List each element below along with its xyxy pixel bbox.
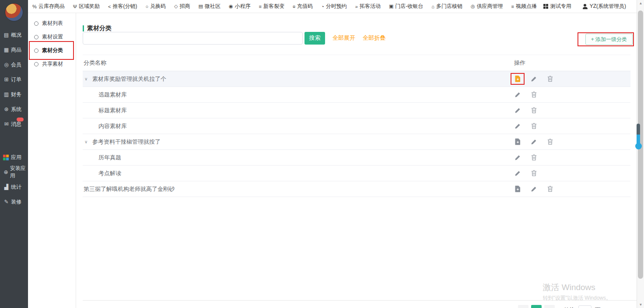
sidebar-item-会员[interactable]: ◎会员 [0,57,28,72]
sidebar-item-系统[interactable]: ⊛系统 [0,102,28,117]
category-name-cell[interactable]: 内容素材库 [83,122,514,130]
expand-all-link[interactable]: 全部展开 [332,34,355,42]
sidebar-item-统计[interactable]: ▟统计 [0,180,28,194]
sidebar-item-订单[interactable]: ⊞订单 [0,72,28,87]
community-icon: ▤ [199,3,203,9]
topnav-item-5[interactable]: ◇招商 [174,3,190,10]
edit-icon[interactable] [530,185,537,193]
chevron-down-icon[interactable]: ∨ [84,139,90,144]
submenu-item-素材列表[interactable]: 素材列表 [28,17,76,30]
windows-activation-watermark: 激活 Windows 转到"设置"以激活 Windows。 [542,282,611,302]
delete-icon[interactable] [530,91,537,99]
delete-icon[interactable] [546,185,553,193]
chevron-down-icon[interactable]: ∨ [84,76,90,81]
topnav-item-label: 拓客活动 [360,3,381,10]
topnav-item-7[interactable]: ◉小程序 [229,3,251,10]
video-vod-icon: ≡ [511,4,514,9]
category-name: 素材库奖励管理就关机拉了个 [92,75,166,83]
radio-circle-icon [34,48,38,53]
collapse-all-link[interactable]: 全部折叠 [363,34,385,42]
goto-page-input[interactable] [578,305,592,308]
topnav-item-10[interactable]: ◔分时预约 [321,3,347,10]
row-actions [514,75,630,83]
sidebar-item-label: 应用 [11,154,21,161]
scroll-up-arrow-icon[interactable]: ▲ [637,1,644,5]
edit-icon[interactable] [530,75,537,83]
sidebar-item-装修[interactable]: ✎装修 [0,194,28,209]
edit-icon[interactable] [514,122,521,130]
edit-icon[interactable] [514,107,521,114]
topnav-item-13[interactable]: ⌂多门店核销 [431,3,462,10]
category-name-cell[interactable]: 历年真题 [83,154,514,162]
goto-label: 前往 [564,306,575,308]
category-name-cell[interactable]: ∨素材库奖励管理就关机拉了个 [83,75,514,83]
prev-page-button[interactable]: ‹ [518,305,528,308]
table-row: 选题素材库 [83,87,630,103]
main-panel: 素材分类 + 添加一级分类 搜索 全部展开 全部折叠 分类名称 操作 ∨素材库奖… [77,13,637,308]
topnav-item-2[interactable]: Ψ区域奖励 [73,3,100,10]
submenu-item-label: 共享素材 [42,60,63,68]
submenu-item-素材设置[interactable]: 素材设置 [28,30,76,44]
current-page-button[interactable]: 1 [531,305,542,308]
topnav-item-label: 微社区 [205,3,220,10]
sidebar-item-商品[interactable]: ▦商品 [0,42,28,57]
submenu-item-label: 素材列表 [42,20,63,27]
topnav-item-3[interactable]: <推客(分销) [108,3,137,10]
topnav-item-label: 小程序 [235,3,251,10]
topnav-item-4[interactable]: ○兑换码 [145,3,166,10]
category-name-cell[interactable]: 选题素材库 [83,91,514,99]
table-row: 内容素材库 [83,118,630,134]
add-subcategory-icon[interactable] [514,185,521,193]
sidebar-item-应用[interactable]: 应用 [0,150,28,165]
topnav-item-8[interactable]: ≡新客裂变 [259,3,284,10]
delete-icon[interactable] [546,75,553,83]
row-actions [514,107,630,114]
sidebar-item-财务[interactable]: ▥财务 [0,87,28,102]
category-name: 标题素材库 [98,107,127,114]
delete-icon[interactable] [530,122,537,130]
search-button[interactable]: 搜索 [304,32,325,45]
topnav-item-14[interactable]: ◎供应商管理 [471,3,503,10]
sidebar-item-概况[interactable]: ▤概况 [0,28,28,42]
add-subcategory-icon[interactable] [514,75,521,83]
scroll-down-arrow-icon[interactable]: ▼ [637,303,644,307]
topnav-item-11[interactable]: »拓客活动 [355,3,381,10]
scrollbar-thumb[interactable] [638,10,643,279]
edit-icon[interactable] [530,138,537,146]
topnav-item-15[interactable]: ≡视频点播 [511,3,537,10]
delete-icon[interactable] [546,138,553,146]
edit-icon[interactable] [514,91,521,99]
user-label: YZ(系统管理员) [590,3,626,10]
search-input[interactable] [83,32,303,45]
edit-icon[interactable] [514,170,521,177]
category-name-cell[interactable]: 考点解读 [83,170,514,177]
next-page-button[interactable]: › [544,305,555,308]
overview-icon: ▤ [3,32,10,38]
topnav-item-6[interactable]: ▤微社区 [199,3,220,10]
user-menu[interactable]: YZ(系统管理员) [583,3,626,10]
add-subcategory-icon[interactable] [514,138,521,146]
topnav-item-9[interactable]: ¤充值码 [293,3,313,10]
category-name: 选题素材库 [98,91,127,99]
footer-divider [83,300,637,301]
edit-icon[interactable] [514,154,521,162]
delete-icon[interactable] [530,107,537,114]
delete-icon[interactable] [530,170,537,177]
category-name-cell[interactable]: ∨参考资料干辣椒管理就按了 [83,138,514,146]
sidebar-item-消息[interactable]: ✉消息 [0,117,28,132]
vertical-scrollbar[interactable]: ▲ ▼ [637,0,644,308]
category-name-cell[interactable]: 第三据了解哦机构老师就高了金刚砂 [83,185,514,193]
add-top-category-button[interactable]: + 添加一级分类 [585,34,633,45]
avatar[interactable] [5,3,23,21]
sidebar-item-安装应用[interactable]: ⊕安装应用 [0,165,28,180]
submenu-item-共享素材[interactable]: 共享素材 [28,57,76,71]
category-name-cell[interactable]: 标题素材库 [83,107,514,114]
workspace-switcher[interactable]: 测试专用 [543,3,571,10]
topnav-item-1[interactable]: %云库存商品 [32,3,65,10]
topnav-item-12[interactable]: ▣门店-收银台 [389,3,423,10]
submenu-item-素材分类[interactable]: 素材分类 [28,44,76,57]
delete-icon[interactable] [530,154,537,162]
row-actions [514,185,630,193]
table-row: ∨素材库奖励管理就关机拉了个 [83,71,630,87]
region-reward-icon: Ψ [73,4,77,9]
